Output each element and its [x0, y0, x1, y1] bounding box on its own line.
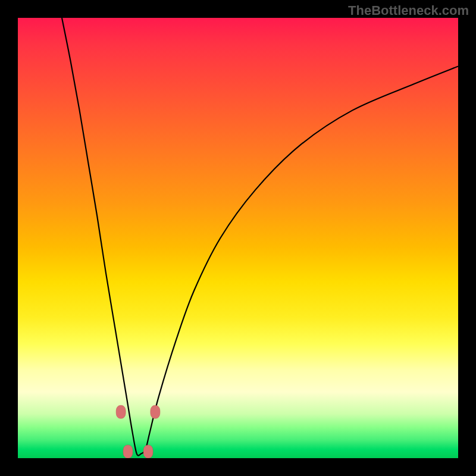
- bottleneck-curve: [62, 18, 458, 456]
- curve-marker: [123, 445, 133, 458]
- curve-marker: [143, 445, 153, 458]
- chart-svg: [18, 18, 458, 458]
- curve-marker: [151, 405, 160, 418]
- curve-markers: [116, 405, 160, 458]
- curve-marker: [116, 405, 126, 418]
- watermark-text: TheBottleneck.com: [348, 3, 469, 18]
- chart-plot-area: [18, 18, 458, 458]
